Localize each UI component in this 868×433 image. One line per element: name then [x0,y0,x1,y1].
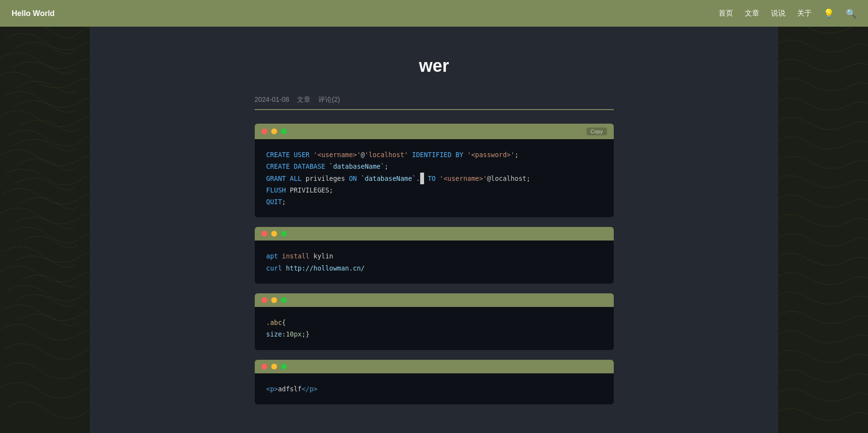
traffic-lights-2 [262,231,287,237]
nav-home[interactable]: 首页 [719,9,733,18]
code-block-1: Copy CREATE USER '<username>'@'localhost… [255,124,614,217]
lamp-icon[interactable]: 💡 [823,8,834,19]
code-block-2: apt install kylin curl http://hollowman.… [255,227,614,284]
code-header-3 [255,293,614,307]
site-brand[interactable]: Hello World [12,9,55,18]
code-body-3: .abc{ size:10px;} [255,307,614,350]
nav-links: 首页 文章 说说 关于 💡 🔍 [719,8,856,19]
traffic-lights-3 [262,297,287,303]
code-block-4: <p>adfslf</p> [255,360,614,404]
dot-red-1 [262,128,267,134]
copy-button-1[interactable]: Copy [587,128,607,135]
dot-red-4 [262,364,267,369]
dot-yellow-4 [271,364,277,369]
dot-green-3 [281,297,287,303]
code-header-4 [255,360,614,373]
code-body-2: apt install kylin curl http://hollowman.… [255,241,614,284]
post-comments[interactable]: 评论(2) [318,96,340,103]
right-sidebar [778,0,868,433]
dot-green-1 [281,128,287,134]
navigation: Hello World 首页 文章 说说 关于 💡 🔍 [0,0,868,27]
dot-yellow-3 [271,297,277,303]
code-body-1: CREATE USER '<username>'@'localhost' IDE… [255,139,614,217]
search-icon[interactable]: 🔍 [846,8,856,19]
dot-red-3 [262,297,267,303]
nav-about[interactable]: 关于 [797,9,812,18]
dot-green-4 [281,364,287,369]
post-divider [255,109,614,110]
dot-yellow-1 [271,128,277,134]
traffic-lights-1 [262,128,287,134]
content-inner: wer 2024-01-08 文章 评论(2) Copy CREATE USER… [216,27,653,433]
left-sidebar [0,0,90,433]
code-block-3: .abc{ size:10px;} [255,293,614,350]
post-title: wer [255,56,614,76]
main-content: wer 2024-01-08 文章 评论(2) Copy CREATE USER… [90,0,778,433]
nav-articles[interactable]: 文章 [745,9,759,18]
code-body-4: <p>adfslf</p> [255,373,614,404]
nav-talk[interactable]: 说说 [771,9,786,18]
post-category: 文章 [297,96,311,103]
code-header-2 [255,227,614,241]
dot-red-2 [262,231,267,237]
dot-green-2 [281,231,287,237]
code-header-1: Copy [255,124,614,139]
post-meta: 2024-01-08 文章 评论(2) [255,96,614,104]
post-date: 2024-01-08 [255,96,290,103]
traffic-lights-4 [262,364,287,369]
dot-yellow-2 [271,231,277,237]
